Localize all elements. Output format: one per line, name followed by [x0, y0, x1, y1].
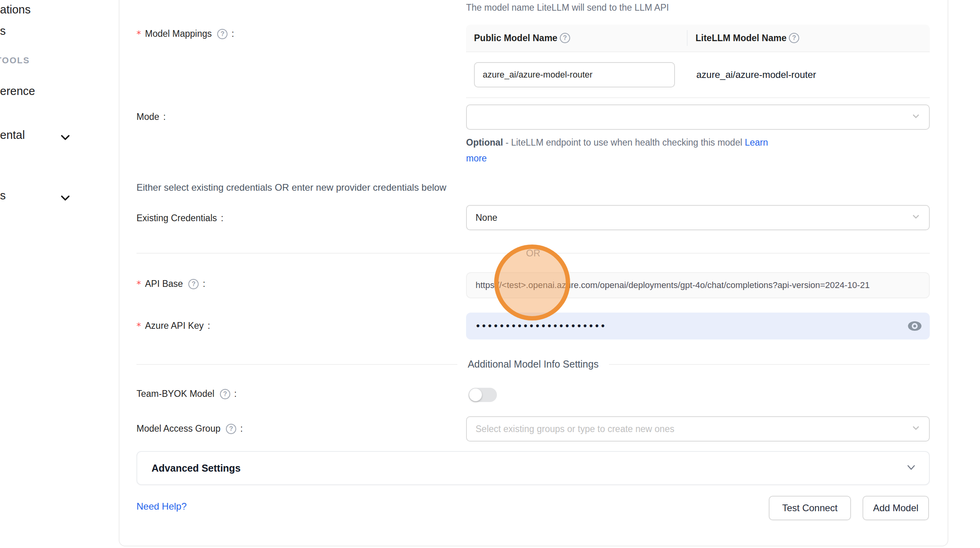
help-question-icon[interactable]: ?	[789, 33, 799, 43]
sidebar-item-settings[interactable]: s	[0, 189, 6, 202]
api-base-label-text: API Base	[145, 279, 183, 289]
colon: :	[163, 112, 166, 122]
api-base-label: * API Base ? :	[136, 279, 205, 289]
model-mappings-table-header: Public Model Name ? LiteLLM Model Name ?	[466, 25, 930, 52]
chevron-down-icon[interactable]	[59, 191, 72, 205]
divider-line	[551, 253, 930, 254]
mode-label: Mode :	[136, 112, 166, 122]
colon: :	[231, 28, 234, 39]
existing-credentials-select[interactable]: None	[466, 205, 930, 230]
help-question-icon[interactable]: ?	[220, 389, 230, 399]
team-byok-label: Team-BYOK Model ? :	[136, 389, 237, 399]
litellm-model-name-value: azure_ai/azure-model-router	[688, 69, 816, 80]
public-model-name-input[interactable]: azure_ai/azure-model-router	[474, 62, 675, 87]
divider-line	[609, 364, 930, 365]
masked-api-key: ••••••••••••••••••••••	[476, 321, 607, 331]
model-mappings-table-row: azure_ai/azure-model-router azure_ai/azu…	[466, 52, 930, 98]
mode-label-text: Mode	[136, 112, 159, 122]
team-byok-label-text: Team-BYOK Model	[136, 389, 214, 399]
help-question-icon[interactable]: ?	[226, 424, 236, 434]
toggle-knob	[469, 389, 482, 401]
team-byok-toggle[interactable]	[468, 388, 497, 402]
public-model-name-header: Public Model Name ?	[466, 30, 688, 46]
add-model-button[interactable]: Add Model	[862, 496, 929, 520]
divider-line	[136, 364, 457, 365]
public-model-name-header-text: Public Model Name	[474, 33, 557, 44]
mode-helper-bold: Optional	[466, 137, 503, 148]
colon: :	[221, 213, 223, 224]
litellm-model-name-helper: The model name LiteLLM will send to the …	[466, 2, 669, 13]
model-mappings-table: Public Model Name ? LiteLLM Model Name ?…	[466, 25, 930, 98]
additional-model-info-divider: Additional Model Info Settings	[136, 358, 930, 370]
existing-credentials-value: None	[476, 212, 497, 223]
advanced-settings-panel[interactable]: Advanced Settings	[136, 451, 930, 485]
colon: :	[203, 279, 205, 289]
existing-credentials-label-text: Existing Credentials	[136, 213, 217, 224]
required-asterisk: *	[136, 29, 141, 39]
model-mappings-label-text: Model Mappings	[145, 28, 212, 39]
sidebar-item-api-reference[interactable]: erence	[0, 85, 35, 98]
model-access-group-label-text: Model Access Group	[136, 423, 220, 434]
help-question-icon[interactable]: ?	[188, 279, 199, 289]
chevron-down-icon	[911, 211, 921, 224]
model-access-group-select[interactable]: Select existing groups or type to create…	[466, 416, 930, 442]
test-connect-button[interactable]: Test Connect	[769, 496, 851, 520]
azure-api-key-label: * Azure API Key :	[136, 320, 210, 331]
divider-line	[136, 253, 516, 254]
required-asterisk: *	[136, 321, 141, 331]
eye-icon[interactable]	[906, 319, 923, 333]
colon: :	[208, 320, 210, 331]
advanced-settings-title: Advanced Settings	[152, 463, 241, 474]
sidebar: ations s TOOLS erence ental s	[0, 0, 119, 548]
litellm-model-name-header: LiteLLM Model Name ?	[688, 33, 799, 44]
model-mappings-label: * Model Mappings ? :	[136, 28, 234, 39]
sidebar-item[interactable]: s	[0, 25, 6, 38]
or-divider-text: OR	[516, 248, 551, 259]
mode-select[interactable]	[466, 104, 930, 130]
litellm-model-name-header-text: LiteLLM Model Name	[696, 33, 787, 44]
credentials-note: Either select existing credentials OR en…	[136, 182, 446, 193]
help-question-icon[interactable]: ?	[560, 33, 570, 43]
or-divider: OR	[136, 248, 930, 259]
need-help-link[interactable]: Need Help?	[136, 501, 187, 512]
model-access-group-placeholder: Select existing groups or type to create…	[476, 424, 674, 434]
api-base-input[interactable]: https://<test>.openai.azure.com/openai/d…	[466, 272, 930, 298]
azure-api-key-input[interactable]: ••••••••••••••••••••••	[466, 313, 930, 339]
chevron-down-icon[interactable]	[59, 131, 72, 144]
colon: :	[240, 423, 243, 434]
sidebar-item-organizations[interactable]: ations	[0, 3, 30, 16]
chevron-down-icon	[911, 423, 921, 435]
chevron-down-icon	[905, 461, 917, 475]
azure-api-key-label-text: Azure API Key	[145, 320, 204, 331]
sidebar-section-tools: TOOLS	[0, 55, 30, 66]
additional-model-info-divider-text: Additional Model Info Settings	[457, 358, 609, 370]
existing-credentials-label: Existing Credentials :	[136, 213, 224, 224]
chevron-down-icon	[911, 111, 921, 123]
help-question-icon[interactable]: ?	[217, 29, 227, 39]
model-access-group-label: Model Access Group ? :	[136, 423, 243, 434]
mode-helper-text: Optional - LiteLLM endpoint to use when …	[466, 135, 787, 166]
colon: :	[234, 389, 237, 399]
required-asterisk: *	[136, 279, 141, 289]
mode-helper-rest: - LiteLLM endpoint to use when health ch…	[503, 137, 745, 148]
sidebar-item-experimental[interactable]: ental	[0, 129, 25, 142]
